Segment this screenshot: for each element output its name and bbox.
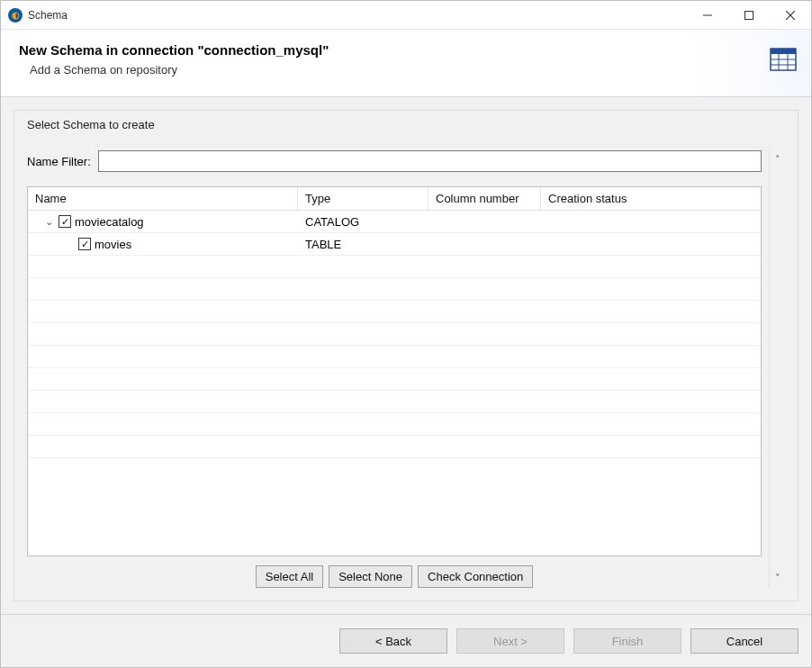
schema-group: Select Schema to create Name Filter: Nam… [14, 110, 798, 601]
close-icon [786, 11, 795, 20]
close-button[interactable] [770, 1, 811, 29]
app-icon: ◐ [8, 8, 23, 23]
schema-table: Name Type Column number Creation status … [27, 186, 762, 556]
expand-chevron-icon[interactable]: ⌄ [42, 216, 55, 228]
next-button: Next > [456, 628, 564, 654]
table-row-empty [28, 323, 761, 346]
wizard-footer: < Back Next > Finish Cancel [1, 615, 811, 667]
table-row-empty [28, 413, 761, 436]
row-name-label: movies [95, 238, 131, 251]
svg-rect-5 [771, 49, 796, 54]
vertical-scrollbar[interactable]: ˄ ˅ [769, 150, 785, 588]
table-row[interactable]: ⌄ moviecatalogCATALOG [28, 211, 761, 233]
group-legend: Select Schema to create [27, 118, 155, 131]
row-name-label: moviecatalog [75, 215, 144, 229]
table-row-empty [28, 346, 761, 368]
cell-type: TABLE [298, 236, 429, 253]
dialog-window: ◐ Schema New Schema in connection "conne… [0, 0, 812, 668]
select-all-button[interactable]: Select All [256, 565, 323, 588]
table-row[interactable]: moviesTABLE [28, 233, 761, 256]
table-row-empty [28, 256, 761, 278]
table-header: Name Type Column number Creation status [28, 187, 761, 211]
scroll-down-icon: ˅ [775, 573, 780, 584]
content-area: Select Schema to create Name Filter: Nam… [1, 97, 811, 615]
table-buttons: Select All Select None Check Connection [27, 565, 762, 588]
cell-type: CATALOG [298, 213, 429, 230]
svg-rect-1 [745, 11, 753, 19]
cell-column-number [429, 242, 541, 246]
window-controls [687, 1, 811, 29]
back-button[interactable]: < Back [339, 628, 447, 654]
maximize-icon [744, 11, 753, 20]
cell-name: movies [28, 236, 298, 253]
filter-row: Name Filter: [27, 150, 762, 172]
cell-name: ⌄ moviecatalog [28, 213, 298, 230]
minimize-icon [703, 11, 712, 20]
table-grid-icon [770, 48, 797, 71]
maximize-button[interactable] [728, 1, 770, 29]
table-row-empty [28, 278, 761, 301]
table-row-empty [28, 436, 761, 458]
table-body: ⌄ moviecatalogCATALOG moviesTABLE [28, 211, 761, 555]
filter-label: Name Filter: [27, 155, 91, 168]
page-subtitle: Add a Schema on repository [19, 63, 793, 77]
scroll-up-icon: ˄ [775, 154, 780, 166]
column-header-creation-status[interactable]: Creation status [541, 187, 761, 210]
minimize-button[interactable] [687, 1, 728, 29]
cancel-button[interactable]: Cancel [690, 628, 798, 654]
window-title: Schema [28, 9, 68, 22]
titlebar: ◐ Schema [1, 1, 811, 30]
table-row-empty [28, 368, 761, 391]
row-checkbox[interactable] [78, 238, 91, 250]
table-row-empty [28, 301, 761, 323]
finish-button: Finish [573, 628, 681, 654]
cell-column-number [429, 220, 541, 223]
cell-creation-status [541, 220, 761, 223]
select-none-button[interactable]: Select None [329, 565, 412, 588]
name-filter-input[interactable] [98, 150, 762, 172]
column-header-column-number[interactable]: Column number [429, 187, 541, 210]
check-connection-button[interactable]: Check Connection [418, 565, 533, 588]
column-header-name[interactable]: Name [28, 187, 298, 210]
column-header-type[interactable]: Type [298, 187, 429, 210]
cell-creation-status [541, 242, 761, 246]
row-checkbox[interactable] [59, 215, 71, 228]
table-row-empty [28, 391, 761, 413]
dialog-header: New Schema in connection "connection_mys… [1, 30, 811, 97]
page-title: New Schema in connection "connection_mys… [19, 42, 793, 58]
